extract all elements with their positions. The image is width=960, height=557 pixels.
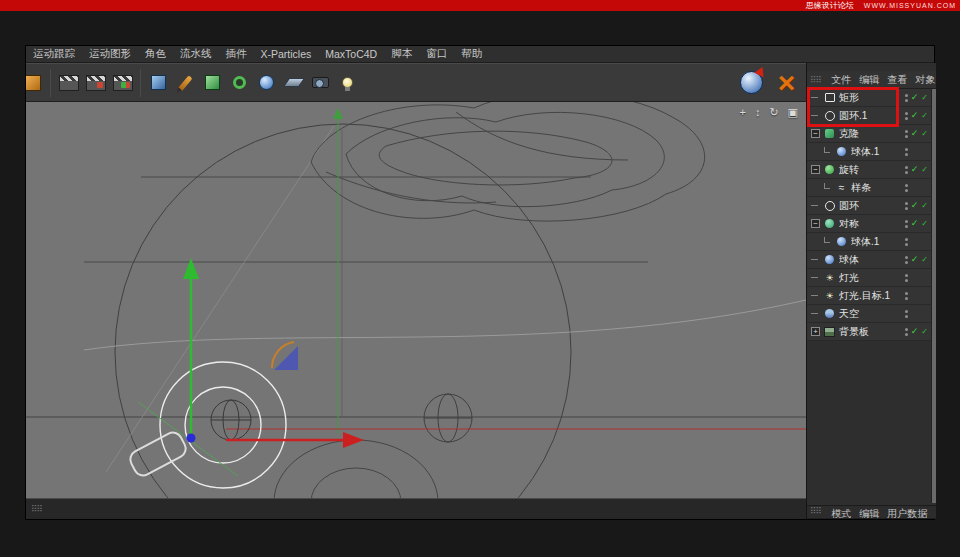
visibility-dots-icon[interactable] (905, 256, 908, 264)
render-picture-viewer-icon[interactable] (82, 67, 109, 99)
object-row[interactable]: + 背景板 ✓ ✓ (807, 323, 931, 341)
visibility-dots-icon[interactable] (905, 310, 908, 318)
object-row[interactable]: − 旋转 ✓ ✓ (807, 161, 931, 179)
visibility-dots-icon[interactable] (905, 238, 908, 246)
expander-icon[interactable]: − (811, 219, 820, 228)
render-check-icon[interactable]: ✓ (921, 219, 928, 228)
object-flags: ✓ ✓ (905, 327, 931, 336)
enabled-check-icon[interactable]: ✓ (911, 129, 919, 138)
camera-icon[interactable] (307, 67, 334, 99)
banner-site-url: WWW.MISSYUAN.COM (864, 0, 956, 11)
panel-menu-item[interactable]: 查看 (883, 73, 911, 87)
visibility-dots-icon[interactable] (905, 292, 908, 300)
enabled-check-icon[interactable]: ✓ (911, 219, 919, 228)
render-check-icon[interactable]: ✓ (921, 201, 928, 210)
render-check-icon[interactable]: ✓ (921, 93, 928, 102)
render-check-icon[interactable]: ✓ (921, 255, 928, 264)
panel-bottom-tab[interactable]: 模式 (827, 506, 855, 519)
visibility-dots-icon[interactable] (905, 274, 908, 282)
panel-menu-item[interactable]: 文件 (827, 73, 855, 87)
material-sphere-drop-icon[interactable] (738, 67, 765, 99)
visibility-dots-icon[interactable] (905, 220, 908, 228)
toggle-view-icon[interactable]: ▣ (788, 107, 798, 118)
render-check-icon[interactable]: ✓ (921, 327, 928, 336)
object-row[interactable]: 天空 ✓ ✓ (807, 305, 931, 323)
rotate-view-icon[interactable]: ↻ (769, 107, 778, 118)
menu-item[interactable]: 运动图形 (82, 47, 138, 61)
object-row[interactable]: 矩形 ✓ ✓ (807, 89, 931, 107)
object-row[interactable]: 灯光.目标.1 ✓ ✓ (807, 287, 931, 305)
tree-gutter (821, 237, 835, 247)
add-primitive-cube-icon[interactable] (145, 67, 172, 99)
object-row[interactable]: − 对称 ✓ ✓ (807, 215, 931, 233)
menu-item[interactable]: 窗口 (419, 47, 454, 61)
panel-menu-item[interactable]: 对象 (911, 73, 936, 87)
menu-item[interactable]: 流水线 (173, 47, 219, 61)
status-strip (26, 498, 806, 519)
panel-menu-item[interactable]: 编辑 (855, 73, 883, 87)
expander-icon[interactable]: + (811, 327, 820, 336)
pen-spline-tool-icon[interactable] (172, 67, 199, 99)
visibility-dots-icon[interactable] (905, 148, 908, 156)
object-flags: ✓ ✓ (905, 111, 931, 120)
enabled-check-icon[interactable]: ✓ (911, 255, 919, 264)
enabled-check-icon[interactable]: ✓ (911, 111, 919, 120)
menu-bar-items: 运动跟踪运动图形角色流水线插件X-ParticlesMaxToC4D脚本窗口帮助 (26, 47, 489, 61)
render-check-icon[interactable]: ✓ (921, 111, 928, 120)
object-row[interactable]: − 克隆 ✓ ✓ (807, 125, 931, 143)
menu-item[interactable]: 帮助 (454, 47, 489, 61)
visibility-dots-icon[interactable] (905, 94, 908, 102)
gizmo-origin-handle[interactable] (187, 434, 196, 443)
object-list: 矩形 ✓ ✓ 圆环.1 ✓ ✓ − 克隆 ✓ ✓ 球体.1 ✓ ✓ (807, 89, 931, 341)
render-settings-icon[interactable] (109, 67, 136, 99)
menu-item[interactable]: MaxToC4D (318, 48, 384, 60)
visibility-dots-icon[interactable] (905, 166, 908, 174)
object-label: 球体 (839, 253, 905, 267)
simulation-icon[interactable] (253, 67, 280, 99)
visibility-dots-icon[interactable] (905, 328, 908, 336)
render-view-icon[interactable] (55, 67, 82, 99)
mograph-icon[interactable] (226, 67, 253, 99)
coordinate-cube-icon[interactable] (26, 67, 46, 99)
visibility-dots-icon[interactable] (905, 112, 908, 120)
viewport-background (26, 102, 806, 498)
visibility-dots-icon[interactable] (905, 130, 908, 138)
object-row[interactable]: 样条 ✓ ✓ (807, 179, 931, 197)
enabled-check-icon[interactable]: ✓ (911, 165, 919, 174)
render-check-icon[interactable]: ✓ (921, 129, 928, 138)
menu-item[interactable]: 运动跟踪 (26, 47, 82, 61)
expander-icon[interactable]: − (811, 129, 820, 138)
menu-item[interactable]: 角色 (138, 47, 173, 61)
menu-item[interactable]: X-Particles (254, 48, 319, 60)
expander-icon[interactable]: − (811, 165, 820, 174)
object-row[interactable]: 灯光 ✓ ✓ (807, 269, 931, 287)
object-row[interactable]: 球体 ✓ ✓ (807, 251, 931, 269)
zoom-view-icon[interactable]: ↕ (755, 107, 761, 118)
panel-scrollbar[interactable] (931, 89, 936, 503)
orange-x-icon[interactable] (773, 67, 800, 99)
floor-icon[interactable] (280, 67, 307, 99)
menu-item[interactable]: 脚本 (384, 47, 419, 61)
object-row[interactable]: 圆环.1 ✓ ✓ (807, 107, 931, 125)
enabled-check-icon[interactable]: ✓ (911, 327, 919, 336)
subdivision-surface-icon[interactable] (199, 67, 226, 99)
scene-light-icon[interactable] (334, 67, 361, 99)
panel-bottom-tab[interactable]: 编辑 (855, 506, 883, 519)
sky-object-icon (823, 308, 836, 320)
render-check-icon[interactable]: ✓ (921, 165, 928, 174)
panel-bottom-tab[interactable]: 用户数据 (883, 506, 931, 519)
background-object-icon (823, 326, 836, 338)
object-row[interactable]: 球体.1 ✓ ✓ (807, 143, 931, 161)
pan-view-icon[interactable]: + (739, 107, 745, 118)
enabled-check-icon[interactable]: ✓ (911, 201, 919, 210)
visibility-dots-icon[interactable] (905, 184, 908, 192)
enabled-check-icon[interactable]: ✓ (911, 93, 919, 102)
menu-item[interactable]: 插件 (219, 47, 254, 61)
object-label: 球体.1 (851, 235, 905, 249)
viewport[interactable]: +↕↻▣ (26, 102, 806, 498)
object-row[interactable]: 圆环 ✓ ✓ (807, 197, 931, 215)
object-label: 背景板 (839, 325, 905, 339)
visibility-dots-icon[interactable] (905, 202, 908, 210)
object-row[interactable]: 球体.1 ✓ ✓ (807, 233, 931, 251)
mograph-glyph (233, 76, 246, 89)
